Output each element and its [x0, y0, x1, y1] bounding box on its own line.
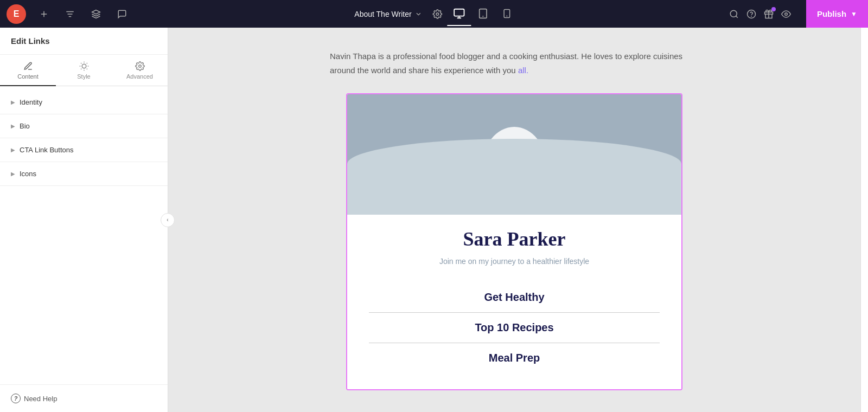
- tab-content[interactable]: Content: [0, 55, 56, 86]
- tab-content-label: Content: [17, 73, 39, 80]
- layers-icon[interactable]: [88, 6, 104, 22]
- card-tagline: Join me on my journey to a healthier lif…: [439, 256, 589, 267]
- tab-advanced-label: Advanced: [126, 73, 153, 80]
- svg-point-21: [82, 64, 86, 68]
- gift-icon[interactable]: [764, 9, 774, 19]
- elementor-logo[interactable]: E: [7, 4, 26, 24]
- sidebar-collapse-handle[interactable]: ‹: [161, 213, 175, 227]
- section-identity-label: Identity: [20, 98, 42, 106]
- sidebar-sections: ▶ Identity ▶ Bio ▶ CTA Link Buttons ▶ Ic…: [0, 86, 168, 384]
- tablet-view-button[interactable]: [471, 2, 495, 26]
- card-name: Sara Parker: [463, 228, 566, 250]
- bio-arrow-icon: ▶: [11, 123, 15, 129]
- svg-point-22: [138, 65, 141, 68]
- bio-text: Navin Thapa is a professional food blogg…: [330, 49, 699, 77]
- help-circle-icon: ?: [11, 394, 21, 403]
- section-icons-label: Icons: [20, 170, 36, 178]
- add-icon[interactable]: [36, 6, 52, 22]
- menu-item-1[interactable]: Top 10 Recipes: [369, 313, 660, 343]
- menu-item-2[interactable]: Meal Prep: [369, 343, 660, 373]
- page-title-text: About The Writer: [354, 10, 411, 18]
- section-cta-link-buttons[interactable]: ▶ CTA Link Buttons: [0, 138, 168, 162]
- right-panel: [860, 28, 868, 412]
- publish-button[interactable]: Publish ▼: [806, 0, 868, 28]
- help-icon[interactable]: [746, 9, 756, 19]
- sidebar-tabs: Content Style Advanced: [0, 55, 168, 86]
- tab-style[interactable]: Style: [56, 55, 112, 86]
- publish-chevron-icon: ▼: [851, 10, 857, 18]
- mobile-view-button[interactable]: [495, 2, 519, 26]
- publish-label: Publish: [817, 9, 846, 18]
- card-header: [347, 94, 681, 215]
- cta-arrow-icon: ▶: [11, 147, 15, 153]
- search-icon[interactable]: [729, 9, 739, 19]
- svg-point-20: [785, 12, 788, 15]
- svg-line-15: [736, 16, 737, 17]
- desktop-view-button[interactable]: [448, 2, 471, 26]
- section-bio[interactable]: ▶ Bio: [0, 114, 168, 138]
- card-body: Sara Parker Join me on my journey to a h…: [347, 215, 681, 389]
- tab-advanced[interactable]: Advanced: [112, 55, 168, 86]
- canvas: Navin Thapa is a professional food blogg…: [168, 28, 860, 412]
- svg-point-6: [436, 12, 439, 15]
- right-icons-group: [729, 9, 797, 19]
- section-bio-label: Bio: [20, 122, 30, 130]
- sidebar: Edit Links Content Style Advanced ▶ Iden…: [0, 28, 168, 412]
- section-identity[interactable]: ▶ Identity: [0, 91, 168, 114]
- svg-point-14: [730, 10, 737, 17]
- svg-rect-7: [454, 9, 464, 16]
- top-bar: E About The Writer: [0, 0, 868, 28]
- topbar-left: E: [7, 4, 130, 24]
- tab-style-label: Style: [77, 73, 90, 80]
- chat-icon[interactable]: [114, 6, 130, 22]
- bio-link[interactable]: all.: [518, 66, 528, 75]
- preview-icon[interactable]: [781, 9, 791, 19]
- icons-arrow-icon: ▶: [11, 171, 15, 177]
- section-cta-label: CTA Link Buttons: [20, 146, 73, 154]
- need-help-label: Need Help: [24, 395, 57, 403]
- topbar-center: About The Writer: [349, 2, 519, 26]
- page-title-button[interactable]: About The Writer: [349, 7, 427, 22]
- writer-card: Sara Parker Join me on my journey to a h…: [346, 93, 682, 390]
- topbar-right: Publish ▼: [729, 0, 868, 28]
- menu-item-0[interactable]: Get Healthy: [369, 282, 660, 313]
- settings-icon[interactable]: [62, 6, 78, 22]
- page-settings-button[interactable]: [428, 4, 448, 24]
- svg-marker-5: [92, 10, 100, 14]
- identity-arrow-icon: ▶: [11, 99, 15, 105]
- card-wave: [347, 139, 681, 215]
- section-icons[interactable]: ▶ Icons: [0, 162, 168, 186]
- card-menu-items: Get Healthy Top 10 Recipes Meal Prep: [369, 282, 660, 373]
- sidebar-footer[interactable]: ? Need Help: [0, 384, 168, 412]
- sidebar-header: Edit Links: [0, 28, 168, 55]
- main-layout: Edit Links Content Style Advanced ▶ Iden…: [0, 28, 868, 412]
